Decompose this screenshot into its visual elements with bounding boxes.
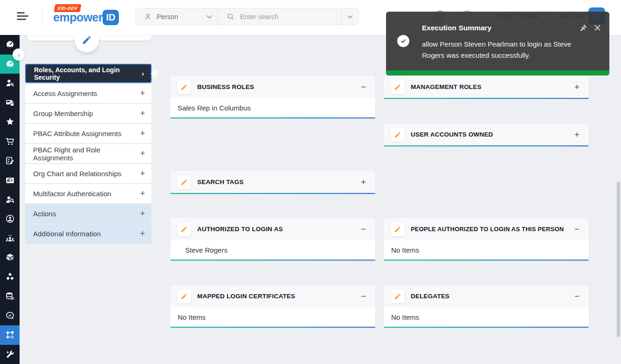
empty-state-text: No Items	[384, 307, 589, 327]
edit-pencil-button[interactable]	[391, 80, 405, 94]
collapse-toggle[interactable]: −	[361, 292, 366, 301]
sidebar-item-admin-tools[interactable]	[0, 345, 20, 364]
sidebar-item-shopping-cart[interactable]	[0, 132, 20, 151]
vertical-scrollbar-thumb[interactable]	[617, 182, 620, 337]
card-business-roles-header[interactable]: BUSINESS ROLES −	[170, 76, 375, 98]
nav-item-label: Additional Information	[33, 230, 140, 238]
card-search-tags-header[interactable]: SEARCH TAGS +	[170, 171, 375, 193]
empowerid-logo[interactable]: empower	[53, 11, 103, 24]
tab-bar-right-fragment	[98, 35, 152, 41]
nav-item-chevron: ›	[142, 69, 144, 77]
person-icon	[144, 13, 152, 21]
card-accent-line	[384, 98, 589, 99]
sidebar-item-roles[interactable]	[0, 112, 20, 132]
tasks-clipboard-icon	[5, 156, 15, 165]
card-search-tags: SEARCH TAGS +	[170, 171, 375, 194]
toast-progress-bar	[386, 70, 609, 76]
global-search-bar: Person	[135, 8, 359, 25]
sidebar-item-person-sync[interactable]	[0, 209, 20, 229]
edit-pencil-button[interactable]	[391, 222, 405, 236]
sidebar-item-tasks[interactable]	[0, 151, 20, 171]
app-sidebar	[0, 35, 20, 364]
sidebar-expand-button[interactable]: ›	[13, 48, 25, 61]
section-nav-panel: Roles, Accounts, and Login Security › Ac…	[25, 64, 152, 244]
admin-tools-icon	[5, 350, 15, 359]
pencil-icon	[180, 83, 188, 91]
expand-toggle[interactable]: +	[361, 178, 366, 186]
pencil-icon	[180, 293, 188, 300]
collapse-toggle[interactable]: −	[361, 225, 366, 234]
sidebar-item-workflow-active[interactable]	[0, 325, 20, 345]
nav-item-org-chart-relationships[interactable]: Org Chart and Relationships +	[25, 164, 152, 183]
nav-item-roles-accounts-login-security[interactable]: Roles, Accounts, and Login Security ›	[25, 64, 152, 83]
expand-toggle[interactable]: +	[574, 82, 580, 91]
collapse-toggle[interactable]: −	[574, 225, 580, 234]
list-item[interactable]: Steve Rogers	[170, 240, 375, 260]
collapse-toggle[interactable]: −	[574, 292, 580, 301]
edit-pencil-button[interactable]	[177, 222, 191, 236]
nav-item-group-membership[interactable]: Group Membership +	[25, 104, 152, 123]
nav-item-pbac-right-role-assignments[interactable]: PBAC Right and Role Assignments +	[25, 144, 152, 163]
edit-pencil-button[interactable]	[177, 289, 191, 303]
card-accent-line	[170, 327, 375, 328]
expand-plus-icon: +	[140, 149, 145, 158]
sidebar-item-credentials[interactable]	[0, 93, 20, 113]
search-context-dropdown[interactable]: Person	[136, 8, 218, 25]
expand-toggle[interactable]: +	[574, 130, 580, 139]
list-item[interactable]: Sales Rep in Columbus	[170, 98, 375, 117]
card-mapped-login-certificates-header[interactable]: MAPPED LOGIN CERTIFICATES −	[170, 285, 375, 307]
card-accent-line	[170, 193, 375, 194]
card-accent-line	[170, 260, 375, 261]
sidebar-item-data-admin[interactable]	[0, 287, 20, 306]
nav-item-label: Group Membership	[33, 110, 140, 117]
id-badge-icon	[5, 175, 15, 185]
empty-state-text: No Items	[384, 240, 589, 260]
pencil-icon	[180, 226, 188, 233]
sidebar-item-requests[interactable]	[0, 306, 20, 325]
card-delegates-header[interactable]: DELEGATES −	[384, 285, 589, 307]
expand-plus-icon: +	[140, 89, 145, 98]
card-authorized-to-login-as: AUTHORIZED TO LOGIN AS − Steve Rogers	[170, 218, 375, 261]
edit-pencil-button[interactable]	[177, 80, 191, 94]
nav-item-additional-information[interactable]: Additional Information +	[25, 224, 152, 243]
nav-item-label: Org Chart and Relationships	[33, 170, 140, 178]
edit-pencil-button[interactable]	[391, 289, 405, 303]
card-user-accounts-owned-header[interactable]: USER ACCOUNTS OWNED +	[384, 124, 589, 145]
nav-item-pbac-attribute-assignments[interactable]: PBAC Attribute Assignments +	[25, 124, 152, 143]
card-people-authorized-header[interactable]: PEOPLE AUTHORIZED TO LOGIN AS THIS PERSO…	[384, 218, 589, 240]
card-title: USER ACCOUNTS OWNED	[411, 131, 574, 138]
search-input[interactable]	[240, 13, 337, 21]
chat-check-icon	[5, 311, 15, 321]
sidebar-item-groups[interactable]	[0, 228, 20, 248]
nav-item-label: Access Assignments	[33, 89, 140, 97]
close-icon[interactable]	[593, 23, 602, 32]
person-search-icon	[5, 195, 15, 205]
edit-pencil-button[interactable]	[177, 175, 191, 189]
sidebar-item-people-search[interactable]	[0, 190, 20, 209]
nav-item-multifactor-authentication[interactable]: Multifactor Authentication +	[25, 184, 152, 203]
shopping-cart-icon	[5, 137, 15, 146]
search-options-dropdown[interactable]	[342, 8, 359, 25]
sidebar-item-identity-access[interactable]	[0, 74, 20, 93]
pencil-icon	[394, 83, 401, 91]
card-delegates: DELEGATES − No Items	[384, 285, 589, 328]
edit-pencil-button[interactable]	[391, 128, 405, 142]
card-management-roles-header[interactable]: MANAGEMENT ROLES +	[384, 76, 589, 98]
header-divider	[42, 8, 42, 26]
hamburger-menu-icon[interactable]	[17, 12, 29, 22]
sidebar-item-resources[interactable]	[0, 248, 20, 268]
card-title: MANAGEMENT ROLES	[411, 83, 574, 90]
nav-item-label: Actions	[33, 210, 140, 218]
nav-item-actions[interactable]: Actions +	[25, 204, 152, 223]
card-title: SEARCH TAGS	[197, 179, 361, 185]
card-title: MAPPED LOGIN CERTIFICATES	[197, 293, 361, 300]
collapse-toggle[interactable]: −	[361, 82, 366, 91]
empowerid-logo-id[interactable]: ID	[103, 10, 119, 25]
expand-plus-icon: +	[140, 229, 145, 239]
pin-icon[interactable]	[579, 24, 587, 32]
sidebar-item-cubes[interactable]	[0, 267, 20, 287]
edit-profile-button[interactable]	[75, 28, 99, 52]
nav-item-access-assignments[interactable]: Access Assignments +	[25, 84, 152, 103]
card-authorized-to-login-as-header[interactable]: AUTHORIZED TO LOGIN AS −	[170, 218, 375, 240]
sidebar-item-id-badge[interactable]	[0, 171, 20, 190]
